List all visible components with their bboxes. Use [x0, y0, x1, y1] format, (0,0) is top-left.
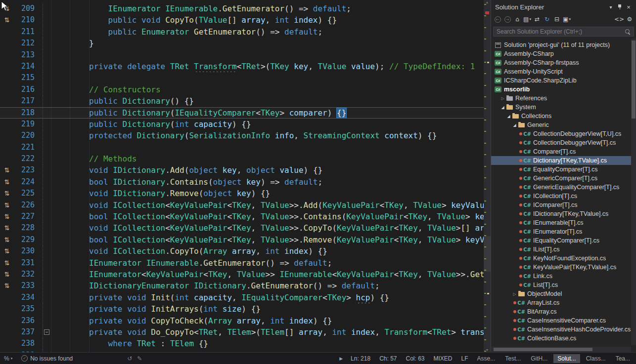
code-text[interactable]: [51, 72, 484, 83]
char-indicator[interactable]: Ch: 57: [379, 355, 397, 362]
tree-item[interactable]: C#KeyValuePair[TKey,TValue].cs: [491, 263, 631, 272]
code-line[interactable]: 238 where TRet : TElem {}: [0, 338, 484, 349]
tree-item[interactable]: C#mscorlib: [491, 85, 631, 94]
code-text[interactable]: IEnumerator IEnumerable.GetEnumerator() …: [51, 257, 484, 269]
tree-item[interactable]: ▷References: [491, 94, 631, 103]
editor-scrollbar[interactable]: ▲ ▼: [484, 0, 491, 352]
tool-window-tab[interactable]: Solut...: [553, 354, 580, 363]
issues-check-icon[interactable]: ✓: [21, 355, 28, 362]
code-text[interactable]: public Enumerator GetEnumerator() => def…: [51, 26, 484, 38]
line-number[interactable]: 224: [14, 176, 39, 188]
code-line[interactable]: ⇅227 bool ICollection<KeyValuePair<TKey,…: [0, 211, 484, 222]
code-text[interactable]: public void CopyTo(TValue[] array, int i…: [51, 14, 484, 26]
code-line[interactable]: 222 // Methods: [0, 153, 484, 164]
scope-to-this-icon[interactable]: ▤▾: [523, 15, 532, 24]
pin-icon[interactable]: [615, 3, 624, 11]
line-number[interactable]: 220: [14, 130, 39, 141]
tree-item[interactable]: C#GenericComparer[T].cs: [491, 174, 631, 183]
code-text[interactable]: where TRet : TElem {}: [51, 338, 484, 349]
tree-item[interactable]: C#ICSharpCode.SharpZipLib: [491, 76, 631, 85]
refresh-icon[interactable]: ↻: [543, 15, 551, 24]
back-icon[interactable]: ←: [493, 15, 502, 24]
edit-icon[interactable]: ✎: [137, 355, 142, 362]
tree-item[interactable]: C#IEnumerator[T].cs: [491, 227, 631, 236]
code-text[interactable]: public Dictionary(int capacity) {}: [51, 119, 484, 130]
line-number[interactable]: 239: [14, 350, 39, 352]
implements-icon[interactable]: ⇅: [0, 222, 14, 234]
tree-item[interactable]: C#CaseInsensitiveHashCodeProvider.cs: [491, 325, 631, 334]
code-line[interactable]: ⇅229 bool ICollection<KeyValuePair<TKey,…: [0, 234, 484, 245]
undo-icon[interactable]: ↺: [127, 355, 132, 362]
line-number[interactable]: 233: [14, 280, 39, 291]
code-line[interactable]: 212 }: [0, 38, 484, 49]
encoding-indicator[interactable]: MIXED: [434, 355, 453, 362]
implements-icon[interactable]: ⇅: [0, 164, 14, 176]
implements-icon[interactable]: ⇅: [0, 200, 14, 211]
line-number[interactable]: 238: [14, 338, 39, 349]
line-number[interactable]: 217: [14, 95, 39, 107]
code-text[interactable]: bool ICollection<KeyValuePair<TKey, TVal…: [51, 234, 484, 245]
tool-window-tab[interactable]: Test...: [501, 354, 525, 363]
search-icon[interactable]: [624, 28, 631, 35]
chevron-down-icon[interactable]: ▾: [11, 357, 13, 361]
code-line[interactable]: ⇅225 void IDictionary.Remove(object key)…: [0, 188, 484, 199]
tree-item[interactable]: C#Link.cs: [491, 272, 631, 281]
line-number[interactable]: 226: [14, 200, 39, 211]
code-line[interactable]: ⇅209 IEnumerator IEnumerable.GetEnumerat…: [0, 3, 484, 14]
tool-window-tab[interactable]: Class...: [582, 354, 610, 363]
eol-indicator[interactable]: LF: [461, 355, 468, 362]
code-text[interactable]: bool IDictionary.Contains(object key) =>…: [51, 176, 484, 188]
tree-item[interactable]: C#ArrayList.cs: [491, 298, 631, 307]
tree-item[interactable]: C#CaseInsensitiveComparer.cs: [491, 316, 631, 325]
chevron-expanded-icon[interactable]: ◢: [506, 114, 511, 119]
code-line[interactable]: ⇅210 public void CopyTo(TValue[] array, …: [0, 14, 484, 26]
code-line[interactable]: 239 private static KeyValuePair<TKey, TV…: [0, 350, 484, 352]
code-text[interactable]: private void InitArrays(int size) {}: [51, 303, 484, 315]
tree-item[interactable]: C#Comparer[T].cs: [491, 147, 631, 156]
line-number[interactable]: 234: [14, 292, 39, 303]
code-editor[interactable]: ⇅209 IEnumerator IEnumerable.GetEnumerat…: [0, 0, 491, 352]
implements-icon[interactable]: ⇅: [0, 14, 14, 26]
code-text[interactable]: void ICollection.CopyTo(Array array, int…: [51, 245, 484, 257]
line-number[interactable]: 228: [14, 222, 39, 234]
line-number[interactable]: 216: [14, 84, 39, 95]
code-text[interactable]: IEnumerator<KeyValuePair<TKey, TValue>> …: [51, 269, 484, 280]
sync-with-active-document-icon[interactable]: ⇄: [533, 15, 542, 24]
tree-item[interactable]: ▷ObjectModel: [491, 289, 631, 298]
tree-item[interactable]: C#Assembly-CSharp: [491, 49, 631, 58]
code-text[interactable]: public Dictionary(IEqualityComparer<TKey…: [51, 107, 484, 119]
tree-item[interactable]: C#KeyNotFoundException.cs: [491, 254, 631, 263]
code-text[interactable]: private void Init(int capacity, IEqualit…: [51, 292, 484, 303]
implements-icon[interactable]: ⇅: [0, 234, 14, 245]
zoom-level[interactable]: %: [4, 355, 9, 362]
tree-horizontal-scrollbar[interactable]: [492, 347, 631, 352]
tree-item[interactable]: ◢Collections: [491, 112, 631, 121]
code-text[interactable]: private void Do_CopyTo<TRet, TElem>(TEle…: [51, 326, 484, 338]
implements-icon[interactable]: ⇅: [0, 245, 14, 257]
forward-icon[interactable]: →: [503, 15, 512, 24]
window-position-icon[interactable]: ▾: [606, 3, 615, 11]
fold-margin[interactable]: −: [43, 326, 51, 338]
line-number[interactable]: 221: [14, 142, 39, 153]
line-number[interactable]: 213: [14, 49, 39, 61]
code-text[interactable]: void IDictionary.Remove(object key) {}: [51, 188, 484, 199]
view-code-icon[interactable]: <>: [614, 15, 624, 24]
line-number[interactable]: 218: [14, 107, 39, 119]
home-icon[interactable]: ⌂: [513, 15, 522, 24]
issues-message[interactable]: No issues found: [30, 355, 73, 362]
fold-collapse-icon[interactable]: −: [44, 329, 49, 335]
tool-window-tab[interactable]: Tea...: [612, 354, 634, 363]
code-line[interactable]: 237− private void Do_CopyTo<TRet, TElem>…: [0, 326, 484, 338]
line-number[interactable]: 229: [14, 234, 39, 245]
code-text[interactable]: [51, 49, 484, 61]
code-line[interactable]: 213: [0, 49, 484, 61]
code-text[interactable]: }: [51, 38, 484, 49]
tree-item[interactable]: C#Assembly-CSharp-firstpass: [491, 58, 631, 67]
tree-item[interactable]: C#List[T].cs: [491, 281, 631, 289]
code-line[interactable]: 218 public Dictionary(IEqualityComparer<…: [0, 107, 484, 119]
implements-icon[interactable]: ⇅: [0, 280, 14, 291]
code-line[interactable]: 214 private delegate TRet Transform<TRet…: [0, 61, 484, 72]
play-icon[interactable]: ▶: [339, 356, 343, 361]
tree-item[interactable]: C#IComparer[T].cs: [491, 201, 631, 209]
line-number[interactable]: 209: [14, 3, 39, 14]
